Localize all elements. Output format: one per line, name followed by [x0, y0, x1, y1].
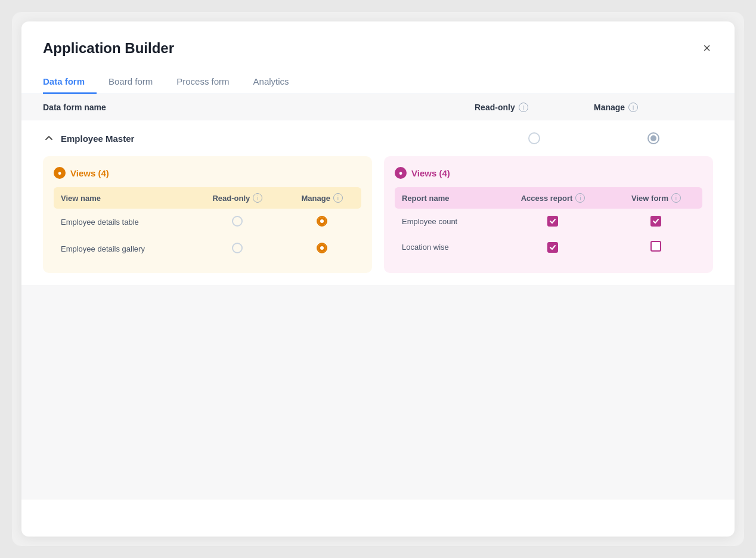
- left-table-header-row: View name Read-only i: [54, 187, 361, 209]
- readonly-info-icon[interactable]: i: [519, 103, 528, 112]
- view-form-cell: [610, 234, 702, 261]
- left-panel-table: View name Read-only i: [54, 187, 361, 262]
- view-form-checkbox-1[interactable]: [650, 241, 661, 252]
- employee-manage-radio[interactable]: [647, 132, 659, 144]
- employee-manage-cell: [594, 132, 713, 144]
- right-col-view-form: View form i: [610, 187, 702, 209]
- left-manage-info-icon[interactable]: i: [333, 193, 343, 203]
- access-report-checkbox-0[interactable]: [547, 216, 558, 227]
- access-report-cell: [496, 209, 610, 234]
- right-col-report-name: Report name: [395, 187, 496, 209]
- access-report-cell: [496, 234, 610, 261]
- tabs-container: Data form Board form Process form Analyt…: [21, 58, 735, 94]
- view-manage-cell: [283, 235, 361, 262]
- col-form-name: Data form name: [43, 103, 475, 112]
- view-readonly-cell: [192, 235, 283, 262]
- employee-name: Employee Master: [43, 132, 475, 144]
- views-panels: ● Views (4) View name: [43, 156, 713, 273]
- modal-header: Application Builder ×: [21, 21, 735, 58]
- view-readonly-cell: [192, 209, 283, 235]
- col-readonly: Read-only i: [475, 103, 594, 112]
- right-panel-table: Report name Access report i: [395, 187, 702, 261]
- right-panel-icon: ●: [395, 167, 407, 179]
- table-row: Employee count: [395, 209, 702, 234]
- collapse-icon[interactable]: [43, 132, 55, 144]
- tab-analytics[interactable]: Analytics: [241, 70, 301, 94]
- tab-data-form[interactable]: Data form: [43, 70, 97, 94]
- table-row: Employee details gallery: [54, 235, 361, 262]
- tab-board-form[interactable]: Board form: [97, 70, 165, 94]
- right-table-header-row: Report name Access report i: [395, 187, 702, 209]
- right-viewform-info-icon[interactable]: i: [671, 193, 681, 203]
- employee-readonly-radio[interactable]: [528, 132, 540, 144]
- view-readonly-radio-0[interactable]: [232, 216, 243, 227]
- left-col-view-name: View name: [54, 187, 192, 209]
- left-panel-icon: ●: [54, 167, 66, 179]
- employee-row: Employee Master: [21, 120, 735, 285]
- col-manage: Manage i: [594, 103, 713, 112]
- right-panel-title: ● Views (4): [395, 167, 702, 179]
- left-views-panel: ● Views (4) View name: [43, 156, 372, 273]
- view-manage-cell: [283, 209, 361, 235]
- right-col-access-report: Access report i: [496, 187, 610, 209]
- view-form-checkbox-0[interactable]: [650, 216, 661, 227]
- modal-wrapper: Application Builder × Data form Board fo…: [12, 12, 744, 546]
- left-col-manage: Manage i: [283, 187, 361, 209]
- view-name-cell: Employee details gallery: [54, 235, 192, 262]
- right-views-panel: ● Views (4) Report name: [384, 156, 713, 273]
- report-name-cell: Employee count: [395, 209, 496, 234]
- manage-info-icon[interactable]: i: [628, 103, 638, 112]
- table-row: Location wise: [395, 234, 702, 261]
- table-row: Employee details table: [54, 209, 361, 235]
- report-name-cell: Location wise: [395, 234, 496, 261]
- close-button[interactable]: ×: [701, 38, 713, 58]
- left-col-readonly: Read-only i: [192, 187, 283, 209]
- table-header: Data form name Read-only i Manage i: [21, 94, 735, 120]
- view-manage-radio-1[interactable]: [317, 243, 327, 253]
- left-readonly-info-icon[interactable]: i: [253, 193, 262, 203]
- employee-readonly-cell: [475, 132, 594, 144]
- right-access-info-icon[interactable]: i: [575, 193, 585, 203]
- view-readonly-radio-1[interactable]: [232, 243, 243, 253]
- view-manage-radio-0[interactable]: [317, 216, 327, 227]
- employee-row-header: Employee Master: [43, 132, 713, 144]
- modal: Application Builder × Data form Board fo…: [21, 21, 735, 537]
- modal-title: Application Builder: [43, 40, 174, 57]
- access-report-checkbox-1[interactable]: [547, 242, 558, 253]
- left-panel-title: ● Views (4): [54, 167, 361, 179]
- tab-process-form[interactable]: Process form: [165, 70, 241, 94]
- content-area: Data form name Read-only i Manage i: [21, 94, 735, 500]
- view-form-cell: [610, 209, 702, 234]
- view-name-cell: Employee details table: [54, 209, 192, 235]
